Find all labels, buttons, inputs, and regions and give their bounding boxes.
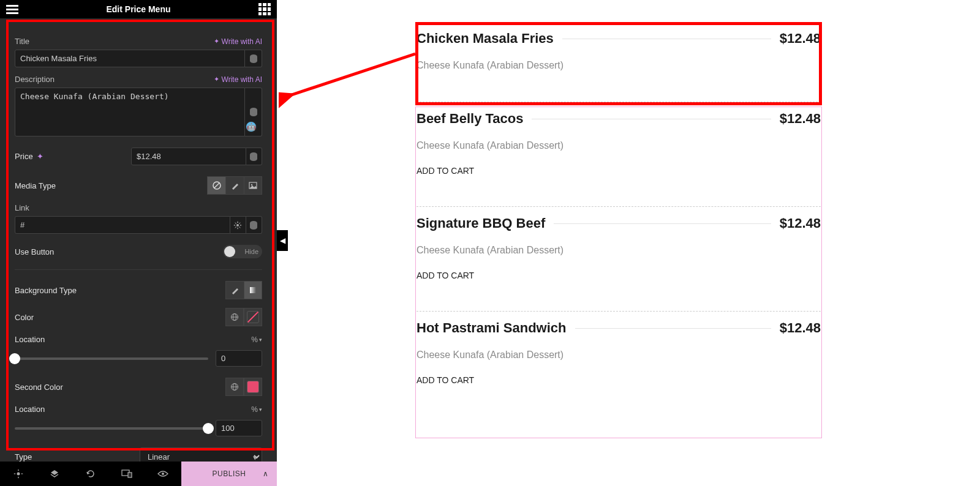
menu-item-description: Cheese Kunafa (Arabian Dessert)	[417, 245, 821, 256]
link-input[interactable]	[15, 216, 230, 234]
menu-item-title: Hot Pastrami Sandwich	[417, 320, 567, 336]
menu-item-price: $12.48	[780, 111, 821, 127]
write-with-ai-description[interactable]: Write with AI	[214, 75, 262, 84]
title-db-button[interactable]	[245, 50, 262, 67]
description-input[interactable]	[15, 88, 245, 136]
menu-item-description: Cheese Kunafa (Arabian Dessert)	[417, 60, 821, 71]
menu-item[interactable]: Beef Belly Tacos $12.48 Cheese Kunafa (A…	[417, 102, 821, 206]
price-input[interactable]	[131, 148, 246, 165]
media-none-button[interactable]	[207, 176, 225, 195]
use-button-label: Use Button	[15, 247, 54, 256]
write-with-ai-title[interactable]: Write with AI	[214, 37, 262, 46]
color-label: Color	[15, 313, 34, 322]
svg-point-3	[251, 184, 252, 185]
toggle-knob	[224, 246, 235, 257]
color-global-button[interactable]	[225, 308, 244, 326]
title-input-group	[15, 50, 262, 67]
media-type-label: Media Type	[15, 181, 56, 190]
publish-button[interactable]: PUBLISH ∧	[181, 462, 277, 486]
apps-grid-icon[interactable]	[258, 3, 271, 15]
title-input[interactable]	[15, 50, 245, 67]
database-icon	[250, 152, 257, 161]
svg-line-1	[214, 183, 219, 188]
type-label: Type	[15, 452, 32, 462]
media-image-button[interactable]	[244, 176, 262, 195]
title-label: Title	[15, 37, 29, 46]
color-row: Color	[15, 308, 262, 326]
menu-item-price: $12.48	[780, 320, 821, 336]
type-select[interactable]: Linear	[140, 447, 262, 462]
history-icon[interactable]	[72, 462, 108, 486]
annotation-arrow	[279, 42, 420, 109]
bg-gradient-button[interactable]	[244, 281, 262, 299]
price-row: Price ✦	[15, 148, 262, 165]
database-icon	[250, 54, 257, 63]
location2-value[interactable]	[216, 420, 262, 436]
add-to-cart-button[interactable]: ADD TO CART	[417, 166, 821, 176]
footer-icons	[0, 462, 181, 486]
title-field-header: Title Write with AI	[15, 37, 262, 46]
menu-item-title: Signature BBQ Beef	[417, 215, 545, 231]
preview-canvas: Chicken Masala Fries $12.48 Cheese Kunaf…	[417, 22, 821, 397]
layers-icon[interactable]	[36, 462, 72, 486]
bg-solid-button[interactable]	[225, 281, 244, 299]
menu-item[interactable]: Signature BBQ Beef $12.48 Cheese Kunafa …	[417, 206, 821, 311]
link-label: Link	[15, 203, 29, 212]
location2-slider-row	[15, 420, 262, 436]
location2-label: Location	[15, 405, 45, 414]
database-icon	[250, 221, 257, 230]
menu-item-price: $12.48	[780, 215, 821, 231]
description-label: Description	[15, 75, 55, 84]
menu-icon[interactable]	[6, 3, 18, 15]
svg-point-12	[17, 473, 20, 476]
second-color-global-button[interactable]	[225, 378, 244, 396]
color-swatch-button[interactable]	[244, 308, 262, 326]
preview-icon[interactable]	[145, 462, 181, 486]
add-to-cart-button[interactable]: ADD TO CART	[417, 375, 821, 385]
svg-rect-14	[128, 473, 132, 477]
location1-slider-row	[15, 350, 262, 367]
location1-value[interactable]	[216, 350, 262, 367]
color-swatch-pink	[247, 381, 259, 393]
editor-header: Edit Price Menu	[0, 0, 277, 18]
link-settings-button[interactable]	[230, 216, 246, 234]
location1-label: Location	[15, 335, 45, 344]
location1-unit[interactable]: %▾	[251, 335, 262, 344]
add-to-cart-button[interactable]: ADD TO CART	[417, 271, 821, 280]
location1-slider[interactable]	[15, 357, 208, 360]
svg-rect-5	[250, 287, 256, 293]
location2-unit[interactable]: %▾	[251, 405, 262, 414]
second-color-swatch-button[interactable]	[244, 378, 262, 396]
menu-item-title: Beef Belly Tacos	[417, 111, 523, 127]
link-input-group	[15, 216, 262, 234]
slider-thumb[interactable]	[203, 423, 214, 434]
menu-item[interactable]: Hot Pastrami Sandwich $12.48 Cheese Kuna…	[417, 311, 821, 397]
database-icon	[250, 108, 257, 116]
price-label: Price	[15, 152, 33, 161]
media-type-buttons	[207, 176, 262, 195]
use-button-toggle[interactable]: Hide	[223, 245, 262, 258]
location2-slider[interactable]	[15, 427, 208, 430]
location2-row: Location %▾	[15, 405, 262, 414]
description-field-header: Description Write with AI	[15, 75, 262, 84]
editor-panel: Edit Price Menu Title Write with AI Desc…	[0, 0, 277, 486]
slider-thumb[interactable]	[9, 353, 20, 364]
background-type-buttons	[225, 281, 262, 299]
editor-body: Title Write with AI Description Write wi…	[0, 18, 277, 462]
price-db-button[interactable]	[246, 148, 262, 165]
link-db-button[interactable]	[246, 216, 262, 234]
toggle-hide-label: Hide	[244, 248, 258, 255]
settings-icon[interactable]	[0, 462, 36, 486]
ai-bot-icon[interactable]	[245, 121, 257, 133]
media-type-row: Media Type	[15, 176, 262, 195]
menu-item-rule	[562, 39, 771, 39]
sparkle-icon: ✦	[37, 152, 43, 161]
location1-row: Location %▾	[15, 335, 262, 344]
media-brush-button[interactable]	[225, 176, 244, 195]
responsive-icon[interactable]	[109, 462, 145, 486]
svg-point-4	[236, 224, 239, 226]
menu-item[interactable]: Chicken Masala Fries $12.48 Cheese Kunaf…	[417, 22, 821, 102]
editor-title: Edit Price Menu	[18, 4, 258, 14]
publish-label: PUBLISH	[213, 469, 246, 478]
collapse-panel-button[interactable]: ◀	[277, 230, 288, 251]
